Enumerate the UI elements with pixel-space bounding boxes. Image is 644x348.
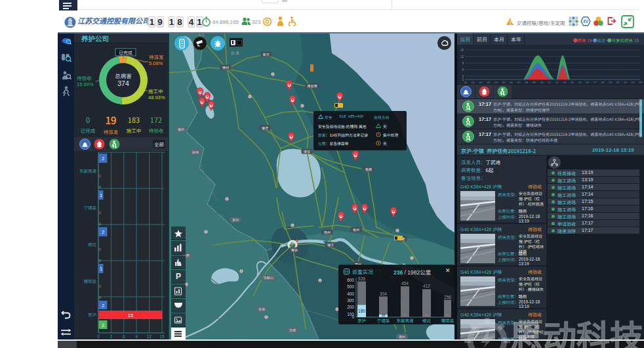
- svg-text:600: 600: [347, 278, 354, 282]
- svg-text:京沪: 京沪: [88, 311, 96, 318]
- svg-text:宁靖盐: 宁靖盐: [84, 204, 97, 211]
- svg-text:镇江: 镇江: [327, 242, 334, 247]
- svg-text:13: 13: [563, 81, 566, 84]
- svg-text:15: 15: [578, 81, 582, 84]
- svg-text:374: 374: [117, 79, 129, 87]
- svg-text:12: 12: [147, 334, 152, 339]
- svg-text:湖州: 湖州: [399, 334, 405, 339]
- svg-text:锡常监: 锡常监: [84, 278, 97, 284]
- svg-text:23: 23: [639, 81, 642, 84]
- svg-text:6: 6: [123, 334, 125, 339]
- svg-text:!: !: [320, 115, 321, 119]
- svg-text:07: 07: [517, 81, 521, 84]
- svg-text:500: 500: [347, 284, 354, 289]
- svg-text:05: 05: [502, 81, 506, 84]
- svg-text:1: 1: [100, 266, 102, 272]
- svg-text:21: 21: [624, 81, 627, 84]
- svg-text:2: 2: [102, 229, 104, 235]
- svg-text:15: 15: [128, 313, 133, 318]
- svg-text:连云港: 连云港: [307, 83, 317, 88]
- svg-text:宿州: 宿州: [178, 127, 184, 131]
- svg-text:11: 11: [548, 81, 551, 84]
- svg-text:15.99%: 15.99%: [77, 81, 94, 87]
- svg-text:200: 200: [347, 305, 354, 309]
- svg-text:待派发: 待派发: [149, 53, 164, 60]
- svg-text:2: 2: [102, 303, 104, 309]
- svg-text:5.08%: 5.08%: [149, 60, 163, 66]
- svg-text:泰州: 泰州: [353, 227, 359, 232]
- svg-text:0: 0: [97, 334, 100, 339]
- svg-text:22: 22: [632, 81, 635, 84]
- svg-text:12: 12: [460, 55, 464, 58]
- svg-text:宣城: 宣城: [289, 328, 296, 332]
- svg-text:412: 412: [423, 284, 430, 288]
- svg-text:20: 20: [616, 81, 620, 84]
- svg-text:300: 300: [347, 298, 354, 303]
- svg-text:06: 06: [510, 81, 513, 84]
- svg-text:03: 03: [487, 81, 490, 84]
- svg-text:09: 09: [533, 81, 536, 84]
- svg-text:扬州: 扬州: [324, 230, 331, 234]
- svg-text:蚌埠: 蚌埠: [192, 150, 199, 154]
- svg-text:19: 19: [609, 81, 612, 84]
- svg-text:3: 3: [110, 334, 113, 339]
- svg-text:东部高速: 东部高速: [397, 317, 414, 324]
- svg-text:400: 400: [347, 292, 354, 296]
- svg-text:总病害: 总病害: [115, 72, 132, 79]
- svg-text:2: 2: [102, 156, 104, 162]
- svg-text:修远: 修远: [88, 241, 97, 248]
- svg-text:180: 180: [358, 309, 365, 313]
- svg-text:芜湖: 芜湖: [258, 307, 265, 311]
- svg-text:盐城: 盐城: [365, 167, 372, 171]
- svg-text:256: 256: [444, 295, 451, 299]
- svg-text:待验收: 待验收: [77, 74, 92, 81]
- svg-text:4V: 4V: [583, 19, 589, 24]
- svg-text:526: 526: [358, 276, 365, 281]
- svg-text:00: 00: [464, 81, 468, 84]
- svg-text:新沂: 新沂: [263, 52, 270, 56]
- svg-text:454: 454: [401, 281, 409, 286]
- svg-text:15: 15: [460, 49, 464, 52]
- svg-text:14: 14: [571, 81, 574, 84]
- svg-text:淮安: 淮安: [304, 149, 310, 154]
- svg-text:48.93%: 48.93%: [148, 95, 165, 100]
- svg-text:已完成: 已完成: [119, 49, 132, 56]
- svg-text:1: 1: [100, 192, 102, 198]
- svg-text:04: 04: [494, 81, 498, 84]
- svg-text:2: 2: [102, 322, 104, 328]
- svg-text:锡常监: 锡常监: [441, 317, 454, 324]
- svg-text:01: 01: [472, 81, 475, 84]
- svg-text:南京: 南京: [291, 248, 298, 252]
- svg-text:修远: 修远: [422, 317, 432, 324]
- svg-text:9: 9: [135, 334, 138, 339]
- svg-text:滁州: 滁州: [232, 217, 239, 222]
- svg-text:马鞍山: 马鞍山: [263, 275, 273, 280]
- svg-text:17: 17: [594, 81, 597, 84]
- svg-text:10: 10: [540, 81, 544, 84]
- svg-text:15: 15: [159, 334, 165, 339]
- svg-text:0: 0: [352, 315, 354, 319]
- svg-text:02: 02: [479, 81, 483, 84]
- svg-text:08: 08: [525, 81, 528, 84]
- svg-text:宿迁: 宿迁: [262, 125, 268, 130]
- svg-text:12: 12: [555, 81, 559, 84]
- svg-text:徐州: 徐州: [222, 65, 229, 70]
- svg-text:18: 18: [601, 81, 604, 84]
- svg-text:宁靖盐: 宁靖盐: [377, 317, 390, 324]
- svg-text:16: 16: [586, 81, 589, 84]
- svg-text:东部高速: 东部高速: [79, 167, 97, 174]
- svg-text:施工中: 施工中: [148, 87, 163, 95]
- svg-text:304: 304: [380, 292, 387, 296]
- svg-text:京沪: 京沪: [357, 317, 366, 324]
